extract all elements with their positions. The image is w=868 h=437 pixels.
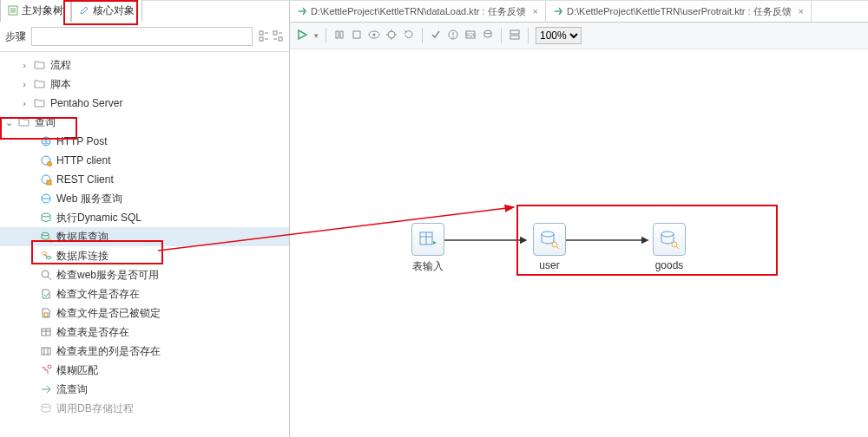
- collapse-all-icon[interactable]: [272, 30, 284, 42]
- node-user[interactable]: user: [529, 223, 569, 271]
- pause-button[interactable]: [333, 29, 345, 43]
- svg-line-61: [556, 246, 559, 249]
- replay-button[interactable]: [403, 29, 415, 43]
- tree-item-check-file-locked[interactable]: 检查文件是否已被锁定: [0, 303, 289, 323]
- zoom-select[interactable]: 100%: [536, 27, 582, 44]
- svg-rect-6: [260, 37, 263, 41]
- svg-rect-39: [340, 31, 343, 38]
- tree-item-db-lookup[interactable]: 数据库查询: [0, 227, 289, 246]
- tree-item-http-post[interactable]: HTTP Post: [0, 132, 289, 151]
- preview-button[interactable]: [368, 29, 380, 43]
- svg-point-37: [42, 404, 50, 408]
- tree-item-check-file-exist[interactable]: 检查文件是否存在: [0, 284, 289, 303]
- node-table-input[interactable]: 表输入: [408, 223, 448, 274]
- tab-label: 主对象树: [22, 3, 63, 18]
- node-label: goods: [655, 259, 684, 271]
- tree-item-db-join[interactable]: 数据库连接: [0, 246, 289, 265]
- close-icon[interactable]: ×: [799, 6, 804, 16]
- sql-button[interactable]: SQL: [464, 29, 477, 43]
- svg-rect-40: [353, 31, 360, 38]
- table-icon: [40, 326, 52, 338]
- svg-point-20: [42, 213, 50, 217]
- run-button[interactable]: [295, 28, 309, 44]
- tree-label: REST Client: [56, 173, 114, 186]
- run-options-button[interactable]: ▾: [314, 31, 319, 40]
- tree-folder-pentaho-server[interactable]: ›Pentaho Server: [0, 94, 289, 113]
- editor-tab-1[interactable]: D:\KettleProject\KettleTRN\dataLoad.ktr …: [290, 1, 546, 22]
- tab-label: 核心对象: [93, 3, 135, 18]
- diagram-canvas[interactable]: 表输入 user goods: [290, 49, 868, 437]
- chevron-right-icon: ›: [19, 60, 30, 70]
- fuzzy-icon: [40, 364, 52, 376]
- tree-item-check-table[interactable]: 检查表是否存在: [0, 323, 289, 342]
- globe-icon: [40, 154, 52, 166]
- svg-rect-38: [336, 31, 339, 38]
- debug-button[interactable]: [385, 29, 398, 43]
- database-icon: [40, 212, 52, 224]
- svg-line-23: [51, 242, 53, 244]
- file-lock-icon: [40, 307, 52, 319]
- svg-point-36: [48, 365, 51, 369]
- tree-item-check-column[interactable]: 检查表里的列是否存在: [0, 342, 289, 361]
- tree-label: 检查文件是否已被锁定: [56, 306, 161, 321]
- svg-line-64: [676, 246, 679, 249]
- tree-icon: [8, 5, 18, 16]
- explore-db-button[interactable]: [482, 29, 494, 43]
- filter-input[interactable]: [31, 27, 253, 46]
- svg-rect-54: [510, 30, 519, 34]
- chevron-down-icon: ⌄: [3, 117, 14, 128]
- transform-icon: [297, 6, 307, 16]
- globe-icon: [40, 135, 52, 147]
- stop-button[interactable]: [351, 29, 363, 43]
- expand-all-icon[interactable]: [258, 30, 270, 42]
- svg-point-53: [484, 30, 491, 34]
- verify-button[interactable]: [430, 29, 442, 43]
- tree-item-dynamic-sql[interactable]: 执行Dynamic SQL: [0, 208, 289, 227]
- tree-label: 流查询: [56, 382, 88, 397]
- stream-icon: [40, 383, 52, 395]
- tree-item-stream-lookup[interactable]: 流查询: [0, 380, 289, 399]
- tree-label: Pentaho Server: [50, 97, 122, 109]
- show-results-button[interactable]: [509, 29, 521, 43]
- tab-main-object-tree[interactable]: 主对象树: [0, 0, 71, 22]
- impact-button[interactable]: [447, 29, 459, 43]
- tree-item-call-db-proc[interactable]: 调用DB存储过程: [0, 399, 289, 418]
- tree-label: 模糊匹配: [56, 363, 98, 378]
- tree-folder-query[interactable]: ⌄查询: [0, 113, 289, 132]
- tree-item-web-service[interactable]: Web 服务查询: [0, 189, 289, 208]
- svg-point-24: [42, 252, 47, 255]
- svg-rect-33: [42, 348, 50, 355]
- database-search-icon: [659, 229, 680, 250]
- tree-item-check-web[interactable]: 检查web服务是否可用: [0, 265, 289, 284]
- tree-item-rest-client[interactable]: REST Client: [0, 170, 289, 189]
- svg-rect-55: [510, 36, 519, 39]
- svg-point-21: [42, 232, 49, 236]
- svg-line-28: [48, 277, 51, 280]
- editor-tab-2[interactable]: D:\KettleProject\KettleTRN\userProtrait.…: [546, 1, 812, 22]
- chevron-right-icon: ›: [19, 79, 30, 89]
- tree-item-fuzzy-match[interactable]: 模糊匹配: [0, 361, 289, 380]
- svg-rect-17: [47, 180, 51, 185]
- tree-label: 调用DB存储过程: [56, 401, 134, 416]
- editor-tab-label: D:\KettleProject\KettleTRN\userProtrait.…: [567, 5, 792, 18]
- tab-core-object[interactable]: 核心对象: [71, 0, 142, 22]
- file-check-icon: [40, 288, 52, 300]
- folder-icon: [18, 117, 30, 127]
- tree-label: 脚本: [50, 77, 71, 92]
- node-goods[interactable]: goods: [649, 223, 689, 271]
- tree-item-http-client[interactable]: HTTP client: [0, 151, 289, 170]
- globe-icon: [40, 173, 52, 186]
- tree-folder-flow[interactable]: ›流程: [0, 55, 289, 75]
- tree-label: Web 服务查询: [56, 192, 122, 206]
- column-icon: [40, 345, 52, 357]
- table-input-icon: [418, 229, 438, 250]
- tree-label: 流程: [50, 58, 71, 73]
- tree-label: 查询: [35, 115, 56, 130]
- svg-point-15: [48, 162, 52, 166]
- tree-label: 数据库查询: [56, 230, 108, 245]
- pencil-icon: [79, 5, 89, 16]
- close-icon[interactable]: ×: [533, 6, 538, 16]
- tree-folder-script[interactable]: ›脚本: [0, 75, 289, 94]
- svg-text:SQL: SQL: [465, 32, 477, 37]
- svg-point-50: [452, 36, 454, 38]
